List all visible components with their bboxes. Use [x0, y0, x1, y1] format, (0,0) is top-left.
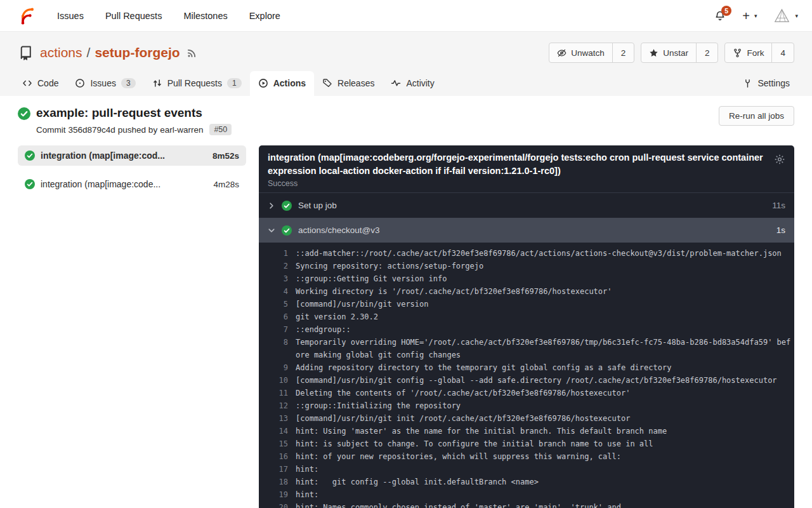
tab-releases[interactable]: Releases [314, 71, 383, 96]
log-line: 8Temporarily overriding HOME='/root/.cac… [266, 336, 792, 361]
run-number-badge: #50 [209, 124, 232, 135]
navbar-links: IssuesPull RequestsMilestonesExplore [57, 11, 280, 21]
log-line: 11Deleting the contents of '/root/.cache… [266, 387, 792, 399]
tag-icon [322, 78, 332, 88]
log-line: 7::endgroup:: [266, 323, 792, 336]
job-steps: Set up job11sactions/checkout@v31s [259, 193, 794, 243]
tab-issues[interactable]: Issues3 [67, 71, 143, 96]
log-line: 5[command]/usr/bin/git version [266, 298, 792, 311]
log-line-number[interactable]: 4 [266, 285, 288, 298]
success-check-icon [18, 107, 30, 120]
nav-link-explore[interactable]: Explore [249, 11, 280, 21]
fork-label: Fork [747, 48, 764, 58]
log-line-number[interactable]: 13 [266, 412, 288, 425]
log-line-number[interactable]: 17 [266, 463, 288, 476]
commit-prefix: Commit [36, 125, 66, 135]
tab-count-badge: 1 [227, 78, 242, 88]
log-line-number[interactable]: 18 [266, 476, 288, 488]
log-line-number[interactable]: 14 [266, 425, 288, 438]
tab-settings[interactable]: Settings [735, 71, 798, 96]
log-line-number[interactable]: 20 [266, 501, 288, 508]
step-set-up-job[interactable]: Set up job11s [259, 193, 794, 218]
create-new-menu[interactable]: + ▾ [742, 10, 757, 22]
log-line-number[interactable]: 15 [266, 438, 288, 450]
log-line-number[interactable]: 3 [266, 272, 288, 285]
pull-request-icon [152, 78, 162, 88]
log-line-number[interactable]: 5 [266, 298, 288, 311]
repo-breadcrumb: actions / setup-forgejo [40, 45, 180, 60]
log-line: 18hint: git config --global init.default… [266, 476, 792, 488]
log-line-number[interactable]: 11 [266, 387, 288, 399]
nav-link-issues[interactable]: Issues [57, 11, 84, 21]
tab-label: Settings [757, 78, 790, 88]
user-menu[interactable]: ▾ [773, 7, 798, 24]
unwatch-button-group: Unwatch2 [549, 43, 634, 63]
tab-actions[interactable]: Actions [250, 71, 314, 96]
log-line-number[interactable]: 7 [266, 323, 288, 336]
job-list-item-1[interactable]: integration (map[image:cod...8m52s [18, 145, 246, 166]
repo-action-buttons: Unwatch2Unstar2Fork4 [549, 43, 794, 63]
nav-link-milestones[interactable]: Milestones [183, 11, 227, 21]
log-line: 20hint: Names commonly chosen instead of… [266, 501, 792, 508]
log-output: 1::add-matcher::/root/.cache/act/bf320ef… [259, 243, 794, 508]
log-line-number[interactable]: 2 [266, 260, 288, 272]
rerun-all-jobs-button[interactable]: Re-run all jobs [719, 106, 794, 126]
tab-activity[interactable]: Activity [383, 71, 442, 96]
log-line-number[interactable]: 1 [266, 247, 288, 260]
nav-link-pull-requests[interactable]: Pull Requests [105, 11, 162, 21]
rss-icon[interactable] [187, 47, 198, 58]
chevron-right-icon [268, 202, 275, 210]
fork-button[interactable]: Fork [725, 43, 771, 62]
tab-code[interactable]: Code [14, 71, 67, 96]
repo-owner-link[interactable]: actions [40, 45, 82, 60]
log-line: 14hint: Using 'master' as the name for t… [266, 425, 792, 438]
fork-button-group: Fork4 [724, 43, 794, 63]
commit-sha-link[interactable]: 356d879c4d [69, 125, 115, 135]
notifications-button[interactable]: 5 [714, 10, 726, 22]
tab-label: Code [37, 78, 58, 88]
commit-line: Commit 356d879c4d pushed by earl-warren … [36, 124, 232, 135]
repo-name-link[interactable]: setup-forgejo [95, 45, 180, 60]
gear-icon[interactable] [774, 154, 785, 165]
job-list-item-2[interactable]: integration (map[image:code...4m28s [18, 174, 246, 194]
log-line-number[interactable]: 16 [266, 450, 288, 463]
log-line-number[interactable]: 19 [266, 488, 288, 501]
eye-slash-icon [557, 48, 566, 58]
log-line-number[interactable]: 10 [266, 374, 288, 387]
unstar-count[interactable]: 2 [696, 43, 718, 62]
chevron-down-icon: ▾ [795, 13, 798, 19]
unwatch-label: Unwatch [571, 48, 605, 58]
log-line-text: hint: is subject to change. To configure… [296, 438, 653, 450]
log-line-number[interactable]: 9 [266, 361, 288, 374]
log-line-text: [command]/usr/bin/git config --global --… [296, 374, 777, 387]
fork-count[interactable]: 4 [771, 43, 794, 62]
unwatch-button[interactable]: Unwatch [549, 43, 612, 62]
tab-label: Releases [337, 78, 374, 88]
play-circle-icon [258, 78, 268, 88]
unwatch-count[interactable]: 2 [612, 43, 634, 62]
job-name: integration (map[image:cod... [41, 150, 165, 161]
jobs-sidebar: integration (map[image:cod...8m52sintegr… [18, 145, 246, 203]
log-line-number[interactable]: 8 [266, 336, 288, 361]
forgejo-logo[interactable] [16, 6, 37, 26]
unstar-button[interactable]: Unstar [641, 43, 696, 62]
log-line-text: ::endgroup:: [296, 323, 351, 336]
repo-tabs: CodeIssues3Pull Requests1ActionsReleases… [0, 71, 812, 96]
log-line-text: git version 2.30.2 [296, 311, 378, 323]
commit-author-link[interactable]: earl-warren [160, 125, 203, 135]
tab-pull-requests[interactable]: Pull Requests1 [144, 71, 250, 96]
log-line-number[interactable]: 6 [266, 311, 288, 323]
log-line: 2Syncing repository: actions/setup-forge… [266, 260, 792, 272]
log-line-text: Working directory is '/root/.cache/act/b… [296, 285, 612, 298]
run-title: example: pull-request events [36, 106, 232, 120]
job-duration: 4m28s [213, 180, 239, 189]
breadcrumb-separator: / [87, 45, 91, 60]
log-line-text: hint: git config --global init.defaultBr… [296, 476, 539, 488]
tab-label: Issues [90, 78, 115, 88]
log-line-number[interactable]: 12 [266, 399, 288, 412]
log-line: 3::group::Getting Git version info [266, 272, 792, 285]
log-line: 13[command]/usr/bin/git init /root/.cach… [266, 412, 792, 425]
step-actions-checkout-v3[interactable]: actions/checkout@v31s [259, 218, 794, 243]
log-line: 12::group::Initializing the repository [266, 399, 792, 412]
step-duration: 11s [772, 201, 785, 210]
